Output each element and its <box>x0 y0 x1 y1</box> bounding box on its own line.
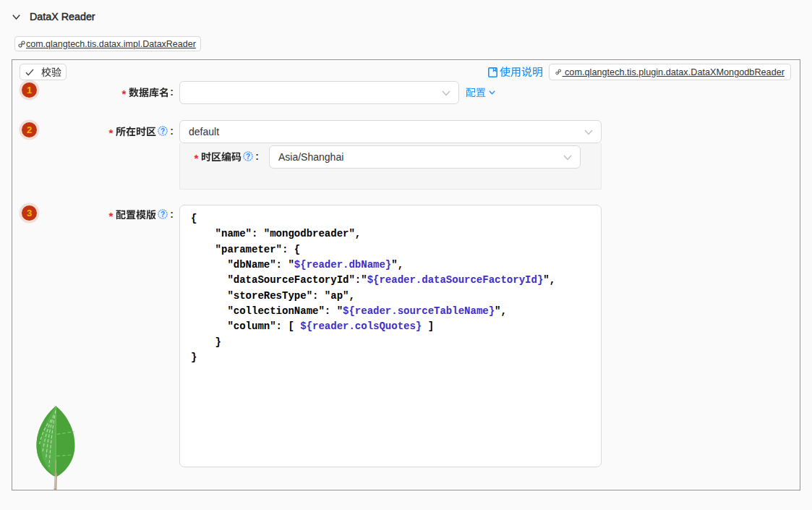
svg-text:?: ? <box>246 153 250 161</box>
svg-text:?: ? <box>161 127 165 135</box>
svg-text:?: ? <box>161 211 165 218</box>
